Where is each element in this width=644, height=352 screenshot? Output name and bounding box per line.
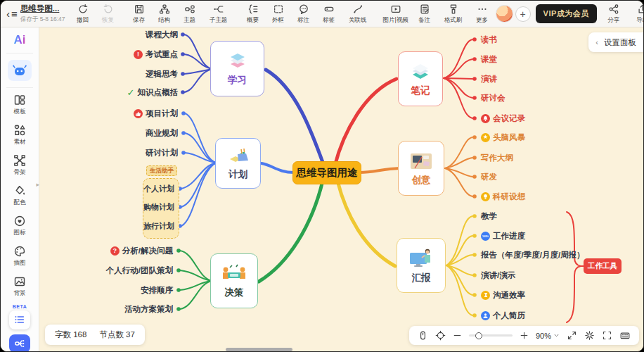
- frame-button[interactable]: 外框: [266, 2, 290, 26]
- media-button[interactable]: 图片|视频: [380, 2, 411, 26]
- document-title[interactable]: 思维导图...: [20, 4, 65, 14]
- leaf-node[interactable]: 写作大纲: [481, 151, 513, 164]
- add-collaborator-button[interactable]: +: [515, 6, 531, 22]
- node-count: 节点数 37: [99, 329, 135, 340]
- branch-node-study[interactable]: 学习: [210, 41, 264, 96]
- statistics-bar: 字数 168 节点数 37: [45, 325, 145, 345]
- subtopic-button[interactable]: 子主题: [203, 2, 234, 26]
- leaf-node[interactable]: ✓知识点概括: [127, 86, 178, 99]
- tag-button[interactable]: 标签: [317, 2, 341, 26]
- vip-membership-button[interactable]: VIP成为会员: [536, 4, 597, 23]
- branch-node-ideas[interactable]: 创意: [398, 141, 444, 196]
- mindmap-view-button[interactable]: [9, 334, 30, 352]
- branch-node-decision[interactable]: 决策: [210, 253, 258, 308]
- settings-panel-tab[interactable]: ‹ 设置面板: [588, 32, 644, 52]
- locate-center-icon[interactable]: [435, 330, 446, 341]
- topic-button[interactable]: 主题: [178, 2, 202, 26]
- zoom-in-icon[interactable]: [520, 331, 529, 340]
- sidebar-item-background[interactable]: 背景: [13, 275, 26, 298]
- skeleton-icon: [13, 154, 26, 167]
- more-tools-button[interactable]: 更多: [470, 2, 494, 26]
- sidebar-item-icons[interactable]: 图标: [13, 215, 26, 237]
- leaf-node[interactable]: 演讲/演示: [481, 269, 515, 282]
- export-button[interactable]: 导出: [631, 2, 644, 26]
- leaf-node[interactable]: 个人计划: [143, 182, 174, 195]
- format-painter-button[interactable]: 格式刷: [438, 2, 469, 26]
- leaf-node[interactable]: 个人简历: [481, 309, 525, 322]
- leaf-node[interactable]: 沟通效率: [481, 289, 525, 301]
- fullscreen-icon[interactable]: [602, 330, 612, 341]
- sidebar-item-illustrations[interactable]: 插图: [13, 245, 26, 268]
- share-button[interactable]: 分享: [602, 2, 626, 26]
- leaf-node[interactable]: ?分析/解决问题: [110, 244, 173, 257]
- mouse-mode-icon[interactable]: [418, 330, 428, 341]
- sidebar-item-templates[interactable]: 模板: [13, 94, 26, 116]
- branch-node-plan[interactable]: 计划: [215, 138, 261, 189]
- note-button[interactable]: 备注: [413, 2, 437, 26]
- leaf-node[interactable]: 研讨计划: [146, 146, 178, 159]
- leaf-node[interactable]: 科研设想: [481, 190, 525, 203]
- zoom-level-dropdown[interactable]: 90%: [536, 332, 560, 340]
- callout-button[interactable]: 标注: [292, 2, 316, 26]
- leaf-node[interactable]: 报告（年度/季度/月度/周报）: [481, 249, 585, 261]
- ai-logo[interactable]: Ai: [14, 33, 26, 47]
- leaf-node[interactable]: 个人行动/团队策划: [106, 264, 173, 277]
- leaf-node[interactable]: 100%工作进度: [481, 230, 525, 242]
- keyboard-shortcuts-icon[interactable]: [619, 330, 631, 341]
- person-icon: [481, 311, 490, 320]
- leaf-node[interactable]: 项目计划: [134, 107, 178, 120]
- leaf-node[interactable]: 教学: [481, 210, 497, 222]
- document-title-block[interactable]: 思维导图... 保存于 5-8 16:47: [20, 4, 65, 24]
- mindmap-canvas[interactable]: 思维导图用途 学习 计划 决策 笔记 创意 汇报 生活助手 课: [39, 27, 644, 352]
- leaf-node[interactable]: ★头脑风暴: [481, 131, 525, 144]
- leaf-node[interactable]: 购物计划: [143, 201, 174, 213]
- leaf-node[interactable]: 逻辑思考: [146, 68, 178, 80]
- branch-node-notes[interactable]: 笔记: [398, 51, 443, 106]
- mindmap-icon: [14, 338, 25, 349]
- menu-icon[interactable]: ≡: [11, 5, 18, 23]
- leaf-node[interactable]: 商业规划: [146, 127, 178, 139]
- zoom-slider[interactable]: [469, 334, 513, 337]
- sidebar-item-colors[interactable]: 配色: [13, 184, 26, 207]
- branch-node-report[interactable]: 汇报: [397, 238, 446, 293]
- relation-line-button[interactable]: 关联线: [342, 2, 373, 26]
- undo-button[interactable]: 撤回: [71, 2, 95, 26]
- back-icon[interactable]: ‹: [6, 5, 10, 23]
- sidebar-item-skeleton[interactable]: 骨架: [13, 154, 26, 177]
- ai-assistant-button[interactable]: [8, 60, 32, 81]
- user-avatar[interactable]: [496, 5, 513, 23]
- lightbulb-icon: [481, 192, 490, 201]
- leaf-node[interactable]: !考试重点: [134, 48, 178, 61]
- zoom-out-icon[interactable]: [453, 331, 462, 340]
- redo-button[interactable]: 恢复: [96, 2, 120, 26]
- leaf-node[interactable]: 读书: [481, 33, 497, 46]
- leaf-node[interactable]: 旅行计划: [143, 220, 174, 232]
- outline-button[interactable]: 概要: [241, 2, 265, 26]
- leaf-node[interactable]: 课程大纲: [146, 28, 178, 41]
- save-button[interactable]: 保存: [127, 2, 151, 26]
- leaf-node[interactable]: 课堂: [481, 53, 497, 65]
- leaf-node[interactable]: 演讲: [481, 73, 497, 85]
- horizontal-scrollbar[interactable]: [226, 348, 292, 351]
- leaf-node[interactable]: 活动方案策划: [124, 303, 173, 315]
- outline-view-button[interactable]: [9, 310, 30, 329]
- leaf-node[interactable]: 研讨会: [481, 92, 505, 104]
- sidebar-item-assets[interactable]: 素材: [13, 124, 26, 146]
- books-illustration: [224, 51, 251, 72]
- leaf-node[interactable]: 会议记录: [481, 112, 525, 125]
- callout-icon: [298, 4, 309, 15]
- shapes-icon: [13, 124, 26, 137]
- leaf-node[interactable]: 研发: [481, 170, 497, 183]
- desk-organizer-illustration: [226, 146, 251, 166]
- summary-node-work-tools[interactable]: 工作工具: [584, 258, 622, 274]
- branch-label: 学习: [228, 74, 247, 87]
- leaf-node[interactable]: 安排顺序: [141, 284, 173, 296]
- central-topic-node[interactable]: 思维导图用途: [292, 161, 361, 184]
- gear-icon[interactable]: [584, 330, 595, 341]
- group-tag-life-helper[interactable]: 生活助手: [146, 165, 177, 176]
- fit-screen-icon[interactable]: [567, 330, 577, 341]
- divider: [6, 87, 33, 88]
- structure-button[interactable]: 结构: [153, 2, 176, 26]
- sidebar-expand-handle[interactable]: ▸: [36, 181, 39, 188]
- zoom-slider-knob[interactable]: [475, 332, 482, 339]
